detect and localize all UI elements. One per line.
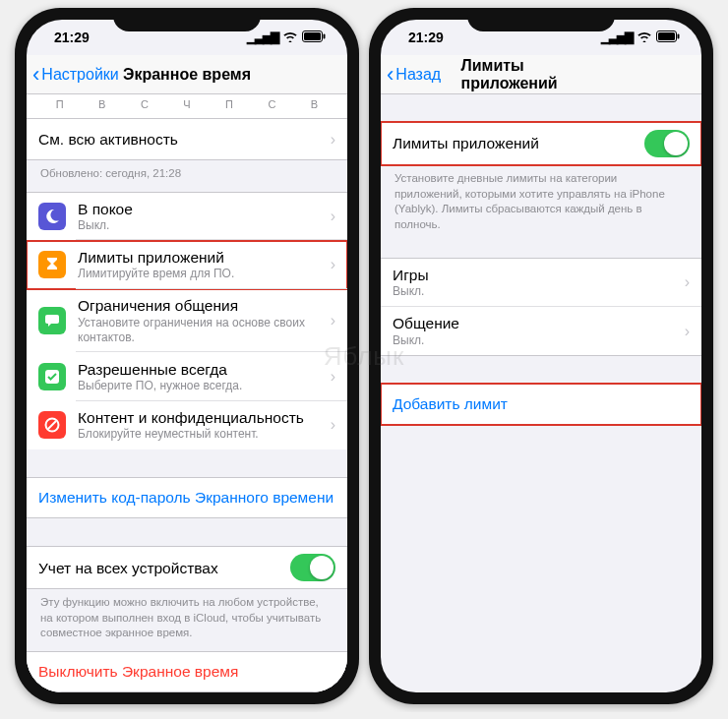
notch bbox=[467, 8, 615, 31]
chevron-right-icon: › bbox=[331, 312, 335, 330]
row-always-allowed[interactable]: Разрешенные всегда Выберите ПО, нужное в… bbox=[27, 353, 347, 401]
moon-icon bbox=[38, 203, 66, 230]
back-button[interactable]: ‹ Настройки bbox=[32, 64, 119, 86]
chevron-right-icon: › bbox=[331, 256, 335, 273]
wifi-icon bbox=[282, 30, 298, 45]
svg-line-6 bbox=[48, 421, 56, 429]
change-passcode[interactable]: Изменить код-пароль Экранного времени bbox=[27, 477, 347, 518]
back-label: Настройки bbox=[41, 66, 118, 84]
row-communication[interactable]: Ограничения общения Установите ограничен… bbox=[27, 289, 347, 352]
add-limit[interactable]: Добавить лимит bbox=[381, 384, 701, 425]
signal-icon: ▁▃▅▇ bbox=[247, 30, 278, 44]
chevron-right-icon: › bbox=[685, 323, 690, 340]
battery-icon bbox=[656, 30, 680, 45]
nav-bar: ‹ Назад Лимиты приложений bbox=[381, 55, 701, 94]
master-footer: Установите дневные лимиты на категории п… bbox=[381, 165, 701, 242]
nav-bar: ‹ Настройки Экранное время bbox=[27, 55, 347, 94]
page-title: Лимиты приложений bbox=[461, 57, 622, 92]
chevron-right-icon: › bbox=[331, 416, 335, 434]
turn-off-screen-time[interactable]: Выключить Экранное время bbox=[27, 651, 347, 692]
svg-rect-9 bbox=[678, 34, 680, 39]
share-across-devices[interactable]: Учет на всех устройствах bbox=[27, 546, 347, 589]
wifi-icon bbox=[637, 30, 652, 45]
svg-rect-3 bbox=[45, 315, 59, 324]
weekday-row: П В С Ч П С В bbox=[27, 94, 347, 119]
notch bbox=[113, 8, 261, 31]
chat-icon bbox=[38, 307, 66, 334]
svg-rect-2 bbox=[324, 34, 326, 39]
toggle-share[interactable] bbox=[290, 554, 335, 581]
svg-rect-8 bbox=[658, 32, 675, 40]
hourglass-icon bbox=[38, 251, 66, 278]
chevron-right-icon: › bbox=[685, 273, 690, 291]
limit-row-games[interactable]: Игры Выкл. › bbox=[381, 258, 701, 307]
chevron-right-icon: › bbox=[331, 368, 335, 386]
back-label: Назад bbox=[395, 66, 441, 84]
row-app-limits[interactable]: Лимиты приложений Лимитируйте время для … bbox=[27, 241, 347, 289]
page-title: Экранное время bbox=[123, 66, 251, 84]
master-toggle-row[interactable]: Лимиты приложений bbox=[381, 122, 701, 165]
row-content-privacy[interactable]: Контент и конфиденциальность Блокируйте … bbox=[27, 401, 347, 449]
chevron-left-icon: ‹ bbox=[32, 64, 39, 86]
status-time: 21:29 bbox=[408, 30, 444, 45]
svg-rect-1 bbox=[304, 32, 321, 40]
chevron-left-icon: ‹ bbox=[387, 64, 394, 86]
battery-icon bbox=[302, 30, 326, 45]
check-icon bbox=[38, 363, 66, 390]
status-time: 21:29 bbox=[54, 30, 90, 45]
see-all-activity[interactable]: См. всю активность › bbox=[27, 119, 347, 160]
toggle-app-limits[interactable] bbox=[644, 130, 690, 157]
chevron-right-icon: › bbox=[331, 208, 335, 225]
limit-row-social[interactable]: Общение Выкл. › bbox=[381, 307, 701, 355]
phone-right: 21:29 ▁▃▅▇ ‹ Назад Лимиты приложений Ли bbox=[369, 8, 713, 704]
share-footer: Эту функцию можно включить на любом устр… bbox=[27, 589, 347, 651]
back-button[interactable]: ‹ Назад bbox=[387, 64, 441, 86]
row-downtime[interactable]: В покое Выкл. › bbox=[27, 192, 347, 241]
block-icon bbox=[38, 411, 66, 439]
signal-icon: ▁▃▅▇ bbox=[601, 30, 633, 44]
phone-left: 21:29 ▁▃▅▇ ‹ Настройки Экранное время П bbox=[15, 8, 359, 704]
chevron-right-icon: › bbox=[331, 131, 335, 149]
updated-footer: Обновлено: сегодня, 21:28 bbox=[27, 160, 347, 192]
